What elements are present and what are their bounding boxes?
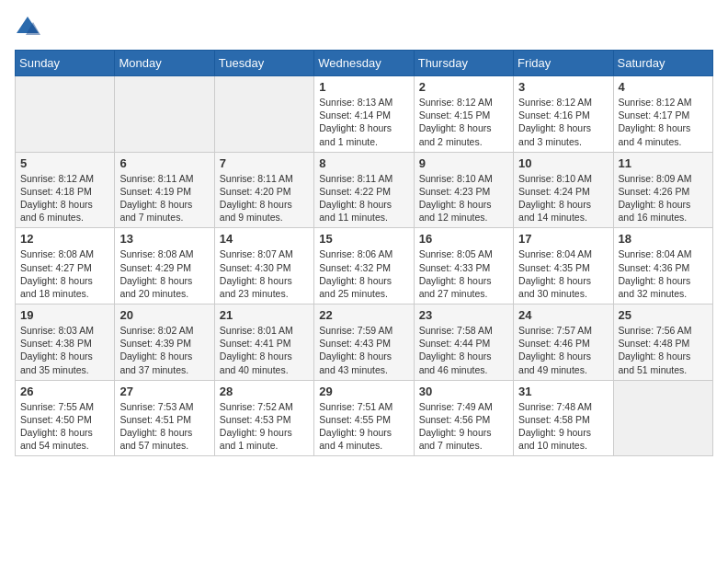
calendar-cell: 19Sunrise: 8:03 AM Sunset: 4:38 PM Dayli… bbox=[16, 304, 115, 381]
calendar-header-monday: Monday bbox=[115, 51, 214, 76]
day-info: Sunrise: 8:10 AM Sunset: 4:23 PM Dayligh… bbox=[419, 172, 508, 224]
day-info: Sunrise: 8:09 AM Sunset: 4:26 PM Dayligh… bbox=[619, 172, 708, 224]
calendar-cell: 6Sunrise: 8:11 AM Sunset: 4:19 PM Daylig… bbox=[115, 152, 214, 228]
day-number: 24 bbox=[518, 308, 608, 322]
day-info: Sunrise: 7:53 AM Sunset: 4:51 PM Dayligh… bbox=[119, 400, 209, 453]
calendar-cell bbox=[115, 76, 214, 153]
day-info: Sunrise: 8:11 AM Sunset: 4:19 PM Dayligh… bbox=[119, 172, 209, 224]
calendar-cell: 24Sunrise: 7:57 AM Sunset: 4:46 PM Dayli… bbox=[514, 304, 613, 381]
calendar-cell: 25Sunrise: 7:56 AM Sunset: 4:48 PM Dayli… bbox=[613, 304, 712, 381]
day-number: 19 bbox=[20, 308, 109, 322]
day-info: Sunrise: 7:58 AM Sunset: 4:44 PM Dayligh… bbox=[419, 324, 508, 376]
day-info: Sunrise: 7:49 AM Sunset: 4:56 PM Dayligh… bbox=[419, 400, 508, 453]
day-number: 7 bbox=[220, 156, 309, 170]
calendar-cell: 16Sunrise: 8:05 AM Sunset: 4:33 PM Dayli… bbox=[414, 228, 513, 304]
day-info: Sunrise: 8:12 AM Sunset: 4:17 PM Dayligh… bbox=[619, 96, 708, 148]
calendar-header-wednesday: Wednesday bbox=[314, 51, 414, 76]
calendar-cell: 11Sunrise: 8:09 AM Sunset: 4:26 PM Dayli… bbox=[613, 152, 712, 228]
calendar-cell: 31Sunrise: 7:48 AM Sunset: 4:58 PM Dayli… bbox=[514, 380, 613, 456]
calendar-cell: 3Sunrise: 8:12 AM Sunset: 4:16 PM Daylig… bbox=[514, 76, 613, 153]
calendar-cell: 13Sunrise: 8:08 AM Sunset: 4:29 PM Dayli… bbox=[115, 228, 214, 304]
day-info: Sunrise: 8:02 AM Sunset: 4:39 PM Dayligh… bbox=[119, 324, 209, 376]
calendar-cell: 27Sunrise: 7:53 AM Sunset: 4:51 PM Dayli… bbox=[115, 380, 214, 456]
day-number: 31 bbox=[518, 385, 608, 398]
calendar-cell bbox=[16, 76, 115, 153]
calendar-cell: 9Sunrise: 8:10 AM Sunset: 4:23 PM Daylig… bbox=[414, 152, 513, 228]
day-info: Sunrise: 8:13 AM Sunset: 4:14 PM Dayligh… bbox=[319, 96, 408, 148]
calendar-cell: 2Sunrise: 8:12 AM Sunset: 4:15 PM Daylig… bbox=[414, 76, 513, 153]
calendar-cell: 7Sunrise: 8:11 AM Sunset: 4:20 PM Daylig… bbox=[214, 152, 313, 228]
calendar-cell bbox=[613, 380, 712, 456]
day-number: 18 bbox=[619, 232, 708, 246]
day-number: 6 bbox=[119, 156, 209, 170]
page-header bbox=[15, 15, 713, 40]
day-info: Sunrise: 8:08 AM Sunset: 4:29 PM Dayligh… bbox=[119, 247, 209, 300]
calendar-cell: 23Sunrise: 7:58 AM Sunset: 4:44 PM Dayli… bbox=[414, 304, 513, 381]
logo-icon bbox=[15, 15, 40, 40]
calendar-cell: 5Sunrise: 8:12 AM Sunset: 4:18 PM Daylig… bbox=[16, 152, 115, 228]
day-number: 2 bbox=[419, 80, 508, 94]
day-number: 1 bbox=[319, 80, 408, 94]
day-number: 11 bbox=[619, 156, 708, 170]
calendar-week-row: 1Sunrise: 8:13 AM Sunset: 4:14 PM Daylig… bbox=[16, 76, 713, 153]
calendar-cell: 12Sunrise: 8:08 AM Sunset: 4:27 PM Dayli… bbox=[16, 228, 115, 304]
day-info: Sunrise: 7:56 AM Sunset: 4:48 PM Dayligh… bbox=[619, 324, 708, 376]
day-number: 4 bbox=[619, 80, 708, 94]
calendar-cell: 21Sunrise: 8:01 AM Sunset: 4:41 PM Dayli… bbox=[214, 304, 313, 381]
day-number: 20 bbox=[119, 308, 209, 322]
day-info: Sunrise: 8:05 AM Sunset: 4:33 PM Dayligh… bbox=[419, 247, 508, 300]
calendar-header-saturday: Saturday bbox=[613, 51, 712, 76]
day-info: Sunrise: 8:12 AM Sunset: 4:16 PM Dayligh… bbox=[518, 96, 608, 148]
day-number: 10 bbox=[518, 156, 608, 170]
calendar-cell: 15Sunrise: 8:06 AM Sunset: 4:32 PM Dayli… bbox=[314, 228, 414, 304]
day-number: 22 bbox=[319, 308, 408, 322]
day-info: Sunrise: 8:06 AM Sunset: 4:32 PM Dayligh… bbox=[319, 247, 408, 300]
day-info: Sunrise: 7:51 AM Sunset: 4:55 PM Dayligh… bbox=[319, 400, 408, 453]
day-info: Sunrise: 7:57 AM Sunset: 4:46 PM Dayligh… bbox=[518, 324, 608, 376]
day-info: Sunrise: 8:04 AM Sunset: 4:36 PM Dayligh… bbox=[619, 247, 708, 300]
day-number: 17 bbox=[518, 232, 608, 246]
calendar-cell: 20Sunrise: 8:02 AM Sunset: 4:39 PM Dayli… bbox=[115, 304, 214, 381]
calendar-cell: 29Sunrise: 7:51 AM Sunset: 4:55 PM Dayli… bbox=[314, 380, 414, 456]
day-info: Sunrise: 8:12 AM Sunset: 4:18 PM Dayligh… bbox=[20, 172, 109, 224]
day-number: 21 bbox=[220, 308, 309, 322]
calendar-header-friday: Friday bbox=[514, 51, 613, 76]
calendar-cell: 18Sunrise: 8:04 AM Sunset: 4:36 PM Dayli… bbox=[613, 228, 712, 304]
day-number: 5 bbox=[20, 156, 109, 170]
calendar-cell: 8Sunrise: 8:11 AM Sunset: 4:22 PM Daylig… bbox=[314, 152, 414, 228]
day-info: Sunrise: 8:11 AM Sunset: 4:20 PM Dayligh… bbox=[220, 172, 309, 224]
calendar-cell: 28Sunrise: 7:52 AM Sunset: 4:53 PM Dayli… bbox=[214, 380, 313, 456]
day-info: Sunrise: 8:03 AM Sunset: 4:38 PM Dayligh… bbox=[20, 324, 109, 376]
day-info: Sunrise: 8:01 AM Sunset: 4:41 PM Dayligh… bbox=[220, 324, 309, 376]
calendar-week-row: 5Sunrise: 8:12 AM Sunset: 4:18 PM Daylig… bbox=[16, 152, 713, 228]
day-number: 15 bbox=[319, 232, 408, 246]
calendar-header-sunday: Sunday bbox=[16, 51, 115, 76]
calendar-cell: 26Sunrise: 7:55 AM Sunset: 4:50 PM Dayli… bbox=[16, 380, 115, 456]
day-number: 8 bbox=[319, 156, 408, 170]
calendar-week-row: 19Sunrise: 8:03 AM Sunset: 4:38 PM Dayli… bbox=[16, 304, 713, 381]
day-number: 26 bbox=[20, 385, 109, 398]
calendar-cell bbox=[214, 76, 313, 153]
day-info: Sunrise: 8:04 AM Sunset: 4:35 PM Dayligh… bbox=[518, 247, 608, 300]
calendar-cell: 22Sunrise: 7:59 AM Sunset: 4:43 PM Dayli… bbox=[314, 304, 414, 381]
calendar-cell: 1Sunrise: 8:13 AM Sunset: 4:14 PM Daylig… bbox=[314, 76, 414, 153]
day-info: Sunrise: 7:52 AM Sunset: 4:53 PM Dayligh… bbox=[220, 400, 309, 453]
day-number: 12 bbox=[20, 232, 109, 246]
calendar-cell: 14Sunrise: 8:07 AM Sunset: 4:30 PM Dayli… bbox=[214, 228, 313, 304]
logo bbox=[15, 15, 44, 40]
day-number: 30 bbox=[419, 385, 508, 398]
day-number: 16 bbox=[419, 232, 508, 246]
day-info: Sunrise: 8:12 AM Sunset: 4:15 PM Dayligh… bbox=[419, 96, 508, 148]
calendar-cell: 30Sunrise: 7:49 AM Sunset: 4:56 PM Dayli… bbox=[414, 380, 513, 456]
calendar-week-row: 26Sunrise: 7:55 AM Sunset: 4:50 PM Dayli… bbox=[16, 380, 713, 456]
day-info: Sunrise: 7:48 AM Sunset: 4:58 PM Dayligh… bbox=[518, 400, 608, 453]
calendar-cell: 10Sunrise: 8:10 AM Sunset: 4:24 PM Dayli… bbox=[514, 152, 613, 228]
day-number: 25 bbox=[619, 308, 708, 322]
day-number: 3 bbox=[518, 80, 608, 94]
calendar-cell: 4Sunrise: 8:12 AM Sunset: 4:17 PM Daylig… bbox=[613, 76, 712, 153]
day-number: 9 bbox=[419, 156, 508, 170]
calendar-cell: 17Sunrise: 8:04 AM Sunset: 4:35 PM Dayli… bbox=[514, 228, 613, 304]
day-info: Sunrise: 8:11 AM Sunset: 4:22 PM Dayligh… bbox=[319, 172, 408, 224]
calendar-header-tuesday: Tuesday bbox=[214, 51, 313, 76]
day-number: 23 bbox=[419, 308, 508, 322]
